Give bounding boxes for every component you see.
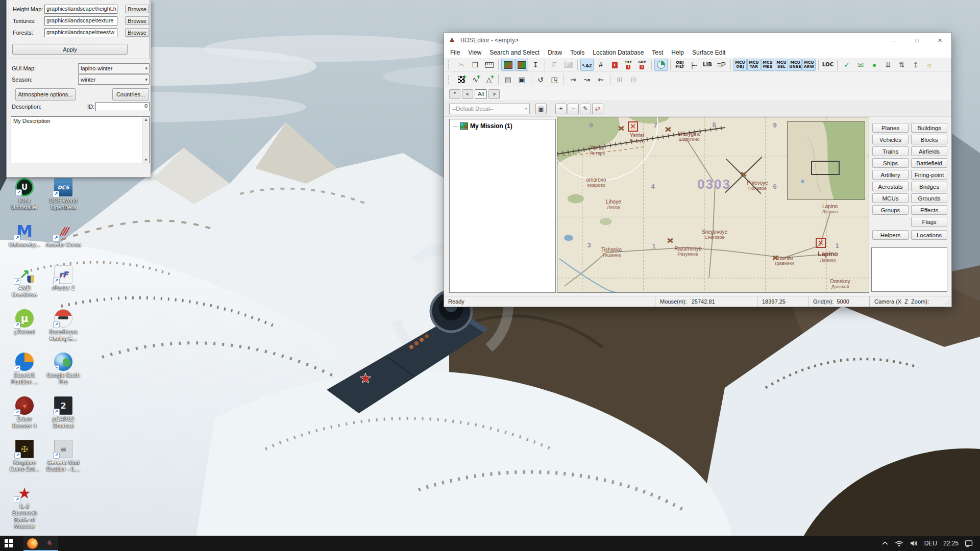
action-center-icon[interactable] bbox=[965, 540, 973, 547]
menu-view[interactable]: View bbox=[464, 47, 485, 58]
tb-confirm-button[interactable]: ✓ bbox=[840, 59, 853, 71]
tb-record-button[interactable]: ● bbox=[868, 59, 881, 71]
menu-draw[interactable]: Draw bbox=[544, 47, 566, 58]
panel-artillery-button[interactable]: Artillery bbox=[872, 170, 909, 180]
panel-battlefield-button[interactable]: Battlefield bbox=[911, 158, 947, 168]
decal-add-button[interactable]: + bbox=[555, 104, 567, 114]
tb-route-b-button[interactable]: ↝ bbox=[580, 73, 594, 86]
tb-library-button[interactable]: LiB bbox=[701, 59, 714, 71]
map-view[interactable]: YantarЯнтарьYantarЯнтарьSharyginoШаругин… bbox=[557, 117, 869, 293]
nav-page-all-button[interactable]: All bbox=[475, 89, 487, 99]
tb-layers-button[interactable]: ≡P bbox=[715, 59, 728, 71]
atmosphere-options-button[interactable]: Atmosphere options... bbox=[15, 88, 76, 101]
scroll-down-icon[interactable]: ▼ bbox=[142, 158, 150, 162]
desktop-icon-raceroom-racing-experience[interactable]: ↗RaceRoom Racing E... bbox=[44, 309, 83, 342]
description-textarea[interactable]: My Description ▲ ▼ bbox=[11, 116, 150, 163]
desktop-icon-amd-overdrive[interactable]: ↗↗AMD OverDrive bbox=[5, 265, 44, 298]
tb-box-add-button[interactable]: ⊞ bbox=[613, 73, 626, 86]
scroll-up-icon[interactable]: ▲ bbox=[142, 117, 150, 122]
height-map-field[interactable]: graphics\landscape\height.h bbox=[44, 5, 117, 14]
panel-firing-point-button[interactable]: Firing-point bbox=[911, 170, 947, 180]
minimize-button[interactable]: – bbox=[883, 33, 905, 47]
menu-surface-edit[interactable]: Surface Edit bbox=[688, 47, 729, 58]
panel-flags-button[interactable]: Flags bbox=[911, 217, 947, 227]
panel-helpers-button[interactable]: Helpers bbox=[872, 230, 909, 240]
panel-buildings-button[interactable]: Buildings bbox=[911, 123, 947, 133]
menu-test[interactable]: Test bbox=[648, 47, 667, 58]
panel-blocks-button[interactable]: Blocks bbox=[911, 135, 947, 144]
tb-object-filter-button[interactable]: OBJ FILT bbox=[673, 59, 687, 71]
panel-trains-button[interactable]: Trains bbox=[872, 146, 909, 156]
browse-height-button[interactable]: Browse bbox=[125, 5, 149, 13]
tb-sort-down-button[interactable]: ⇊ bbox=[881, 59, 895, 71]
desktop-icon-pcars2-shortcut[interactable]: 2↗pCARS2 Shortcut bbox=[44, 396, 83, 429]
tb-route-a-button[interactable]: ⇝ bbox=[567, 73, 580, 86]
season-select[interactable]: winter▾ bbox=[78, 74, 150, 85]
clock[interactable]: 22:25 bbox=[943, 536, 959, 551]
tb-import-terrain-button[interactable] bbox=[561, 59, 575, 71]
tb-rotate-left-button[interactable]: ↺ bbox=[534, 73, 547, 86]
menu-file[interactable]: File bbox=[446, 47, 464, 58]
desktop-icon-generic-mod-enabler[interactable]: ≡↗Generic Mod Enabler - IL... bbox=[44, 440, 83, 472]
panel-effects-button[interactable]: Effects bbox=[911, 205, 947, 215]
desktop-icon-google-earth-pro[interactable]: ↗Google Earth Pro bbox=[44, 353, 83, 385]
tb-measure-button[interactable] bbox=[482, 59, 496, 71]
desktop-icon-easeus-partition[interactable]: ↗EaseUS Partition ... bbox=[5, 353, 44, 385]
nav-filter-star-button[interactable]: * bbox=[449, 89, 460, 99]
desktop-icon-assetto-corsa[interactable]: ///↗Assetto Corsa bbox=[44, 222, 83, 248]
desktop-icon-rfactor-2[interactable]: rF↗rFactor 2 bbox=[44, 265, 83, 291]
decal-select[interactable]: --Default Decal-- ▾ bbox=[449, 104, 530, 114]
apply-button[interactable]: Apply bbox=[12, 44, 128, 55]
resize-grip[interactable] bbox=[943, 299, 950, 306]
panel-groups-button[interactable]: Groups bbox=[872, 205, 909, 215]
volume-icon[interactable] bbox=[910, 540, 918, 547]
wifi-icon[interactable] bbox=[895, 540, 903, 547]
decal-remove-button[interactable]: − bbox=[568, 104, 579, 114]
decal-transfer-button[interactable]: ⇄ bbox=[592, 104, 603, 114]
textarea-scrollbar[interactable]: ▲ ▼ bbox=[142, 117, 149, 163]
forests-field[interactable]: graphics\landscape\trees\w bbox=[44, 28, 117, 37]
tb-image-frame-button[interactable]: ▣ bbox=[515, 73, 528, 86]
tb-add-checkpoint-button[interactable]: + bbox=[455, 73, 468, 86]
tb-sort-swap-button[interactable]: ⇅ bbox=[895, 59, 909, 71]
browse-forests-button[interactable]: Browse bbox=[125, 28, 149, 37]
tb-object-info-button[interactable] bbox=[608, 59, 621, 71]
desktop-icon-malwarebytes[interactable]: M↗Malwareby... bbox=[5, 222, 44, 248]
menu-help[interactable]: Help bbox=[667, 47, 688, 58]
tb-add-network-button[interactable]: △+ bbox=[482, 73, 496, 86]
id-field[interactable]: 0 bbox=[95, 102, 150, 111]
panel-aerostats-button[interactable]: Aerostats bbox=[872, 182, 909, 191]
tb-mcu-tar-button[interactable]: MCU TAR bbox=[747, 59, 761, 71]
titlebar[interactable]: BOSEditor - <empty> – □ ✕ bbox=[444, 33, 951, 47]
tb-hierarchy-button[interactable] bbox=[687, 59, 700, 71]
minimap-viewport-rect[interactable] bbox=[811, 161, 840, 175]
tb-import-height-button[interactable]: ↧ bbox=[529, 59, 542, 71]
tray-expand-icon[interactable] bbox=[881, 541, 889, 546]
tb-grid-toggle-button[interactable]: # bbox=[594, 59, 607, 71]
desktop-icon-dcs-world-openbeta[interactable]: DCS↗DCS World OpenBeta bbox=[44, 178, 83, 211]
language-indicator[interactable]: DEU bbox=[924, 536, 937, 551]
desktop-icon-driver-booster-4[interactable]: ➤↗Driver Booster 4 bbox=[5, 396, 44, 429]
tb-mcu-mes-button[interactable]: MCU MES bbox=[761, 59, 774, 71]
tb-route-c-button[interactable]: ⇜ bbox=[594, 73, 607, 86]
tb-copy-button[interactable]: ❐ bbox=[469, 59, 482, 71]
desktop-icon-utorrent[interactable]: µ↗µTorrent bbox=[5, 309, 44, 335]
tb-font-button[interactable]: F bbox=[548, 59, 561, 71]
tb-mcu-sel-button[interactable]: MCU SEL bbox=[775, 59, 788, 71]
tb-time-of-day-button[interactable] bbox=[654, 59, 668, 71]
tb-region-select-button[interactable]: ◳ bbox=[548, 73, 561, 86]
tb-select-az-button[interactable] bbox=[580, 59, 594, 71]
tb-loc-button[interactable]: LOC bbox=[821, 59, 835, 71]
menu-tools[interactable]: Tools bbox=[566, 47, 589, 58]
panel-vehicles-button[interactable]: Vehicles bbox=[872, 135, 909, 144]
tb-text-info-button[interactable] bbox=[622, 59, 635, 71]
tree-item-my-mission[interactable]: My Mission (1) bbox=[450, 119, 555, 130]
browse-textures-button[interactable]: Browse bbox=[125, 16, 149, 25]
tb-box-remove-button[interactable]: ⊟ bbox=[627, 73, 640, 86]
tb-group-info-button[interactable] bbox=[635, 59, 649, 71]
nav-page-next-button[interactable]: > bbox=[488, 89, 500, 99]
panel-locations-button[interactable]: Locations bbox=[911, 230, 947, 240]
menu-location-database[interactable]: Location Database bbox=[589, 47, 648, 58]
textures-field[interactable]: graphics\landscape\texture bbox=[44, 16, 117, 26]
tb-mcu-obj-button[interactable]: MCU OBJ bbox=[733, 59, 747, 71]
